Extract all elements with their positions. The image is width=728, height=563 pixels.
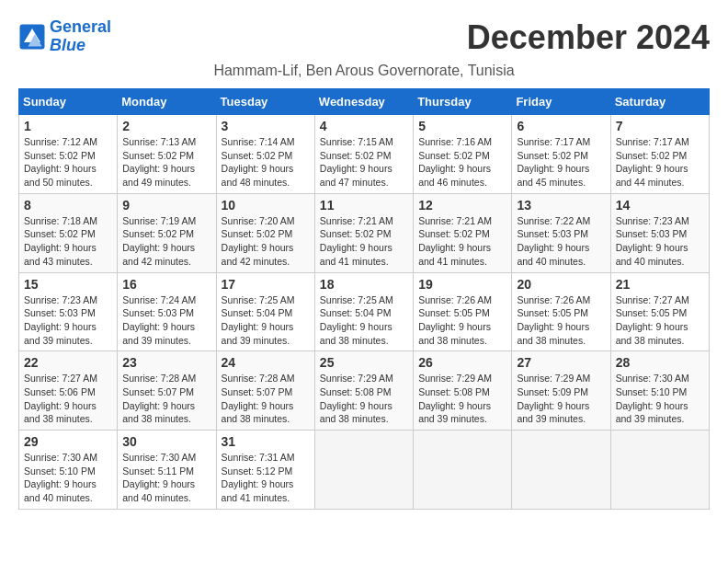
day-cell: 6 Sunrise: 7:17 AMSunset: 5:02 PMDayligh… (512, 115, 610, 194)
logo-line2: Blue (50, 36, 85, 54)
day-info: Sunrise: 7:30 AMSunset: 5:11 PMDaylight:… (122, 452, 196, 503)
calendar-row: 8 Sunrise: 7:18 AMSunset: 5:02 PMDayligh… (19, 193, 710, 272)
day-number: 28 (616, 355, 704, 370)
header-cell-sunday: Sunday (19, 89, 118, 115)
day-cell: 16 Sunrise: 7:24 AMSunset: 5:03 PMDaylig… (118, 272, 216, 351)
day-info: Sunrise: 7:30 AMSunset: 5:10 PMDaylight:… (24, 452, 97, 503)
empty-cell (314, 431, 413, 510)
day-cell: 15 Sunrise: 7:23 AMSunset: 5:03 PMDaylig… (19, 272, 118, 351)
day-info: Sunrise: 7:29 AMSunset: 5:09 PMDaylight:… (517, 373, 590, 424)
day-cell: 5 Sunrise: 7:16 AMSunset: 5:02 PMDayligh… (414, 115, 512, 194)
day-number: 26 (418, 355, 506, 370)
day-number: 9 (122, 198, 210, 213)
day-cell: 19 Sunrise: 7:26 AMSunset: 5:05 PMDaylig… (414, 272, 512, 351)
header-cell-saturday: Saturday (610, 89, 709, 115)
day-number: 20 (517, 277, 605, 292)
day-number: 23 (122, 355, 210, 370)
day-number: 13 (517, 198, 605, 213)
day-info: Sunrise: 7:25 AMSunset: 5:04 PMDaylight:… (320, 294, 393, 346)
empty-cell (512, 431, 610, 510)
calendar-row: 15 Sunrise: 7:23 AMSunset: 5:03 PMDaylig… (19, 272, 710, 351)
empty-cell (610, 431, 709, 510)
day-cell: 10 Sunrise: 7:20 AMSunset: 5:02 PMDaylig… (216, 193, 314, 272)
day-info: Sunrise: 7:26 AMSunset: 5:05 PMDaylight:… (517, 294, 590, 346)
day-cell: 21 Sunrise: 7:27 AMSunset: 5:05 PMDaylig… (610, 272, 709, 351)
day-info: Sunrise: 7:29 AMSunset: 5:08 PMDaylight:… (418, 373, 492, 424)
day-info: Sunrise: 7:16 AMSunset: 5:02 PMDaylight:… (418, 136, 492, 188)
day-info: Sunrise: 7:15 AMSunset: 5:02 PMDaylight:… (320, 136, 393, 188)
day-cell: 7 Sunrise: 7:17 AMSunset: 5:02 PMDayligh… (610, 115, 709, 194)
day-number: 18 (320, 277, 408, 292)
day-cell: 8 Sunrise: 7:18 AMSunset: 5:02 PMDayligh… (19, 193, 118, 272)
day-info: Sunrise: 7:17 AMSunset: 5:02 PMDaylight:… (517, 136, 590, 188)
day-cell: 23 Sunrise: 7:28 AMSunset: 5:07 PMDaylig… (118, 351, 216, 431)
header-cell-thursday: Thursday (414, 89, 512, 115)
day-number: 10 (222, 198, 310, 213)
day-number: 30 (122, 434, 210, 449)
day-number: 6 (517, 119, 605, 133)
day-number: 14 (616, 198, 704, 213)
day-number: 16 (122, 277, 210, 292)
day-number: 15 (24, 277, 112, 292)
day-number: 19 (418, 277, 506, 292)
page-header: General Blue December 2024 (18, 18, 710, 61)
title-section: December 2024 (467, 18, 710, 57)
day-cell: 25 Sunrise: 7:29 AMSunset: 5:08 PMDaylig… (314, 351, 413, 431)
day-cell: 11 Sunrise: 7:21 AMSunset: 5:02 PMDaylig… (314, 193, 413, 272)
day-cell: 12 Sunrise: 7:21 AMSunset: 5:02 PMDaylig… (414, 193, 512, 272)
day-cell: 2 Sunrise: 7:13 AMSunset: 5:02 PMDayligh… (118, 115, 216, 194)
day-info: Sunrise: 7:21 AMSunset: 5:02 PMDaylight:… (418, 215, 492, 267)
day-info: Sunrise: 7:28 AMSunset: 5:07 PMDaylight:… (122, 373, 196, 424)
day-cell: 27 Sunrise: 7:29 AMSunset: 5:09 PMDaylig… (512, 351, 610, 431)
day-number: 27 (517, 355, 605, 370)
day-info: Sunrise: 7:31 AMSunset: 5:12 PMDaylight:… (222, 452, 295, 503)
day-number: 8 (24, 198, 112, 213)
day-info: Sunrise: 7:27 AMSunset: 5:06 PMDaylight:… (24, 373, 97, 424)
month-title: December 2024 (467, 18, 710, 57)
day-info: Sunrise: 7:19 AMSunset: 5:02 PMDaylight:… (122, 215, 196, 267)
day-info: Sunrise: 7:22 AMSunset: 5:03 PMDaylight:… (517, 215, 590, 267)
day-cell: 30 Sunrise: 7:30 AMSunset: 5:11 PMDaylig… (118, 431, 216, 510)
day-number: 24 (222, 355, 310, 370)
day-number: 4 (320, 119, 408, 133)
calendar-row: 29 Sunrise: 7:30 AMSunset: 5:10 PMDaylig… (19, 431, 710, 510)
day-number: 11 (320, 198, 408, 213)
day-number: 12 (418, 198, 506, 213)
day-number: 2 (122, 119, 210, 133)
day-number: 25 (320, 355, 408, 370)
day-info: Sunrise: 7:20 AMSunset: 5:02 PMDaylight:… (222, 215, 295, 267)
day-info: Sunrise: 7:24 AMSunset: 5:03 PMDaylight:… (122, 294, 196, 346)
logo-icon (18, 23, 46, 51)
day-cell: 3 Sunrise: 7:14 AMSunset: 5:02 PMDayligh… (216, 115, 314, 194)
header-cell-friday: Friday (512, 89, 610, 115)
day-cell: 13 Sunrise: 7:22 AMSunset: 5:03 PMDaylig… (512, 193, 610, 272)
day-cell: 24 Sunrise: 7:28 AMSunset: 5:07 PMDaylig… (216, 351, 314, 431)
day-info: Sunrise: 7:21 AMSunset: 5:02 PMDaylight:… (320, 215, 393, 267)
day-info: Sunrise: 7:23 AMSunset: 5:03 PMDaylight:… (616, 215, 689, 267)
day-number: 29 (24, 434, 112, 449)
day-info: Sunrise: 7:17 AMSunset: 5:02 PMDaylight:… (616, 136, 689, 188)
day-cell: 31 Sunrise: 7:31 AMSunset: 5:12 PMDaylig… (216, 431, 314, 510)
day-number: 3 (222, 119, 310, 133)
day-info: Sunrise: 7:26 AMSunset: 5:05 PMDaylight:… (418, 294, 492, 346)
day-info: Sunrise: 7:14 AMSunset: 5:02 PMDaylight:… (222, 136, 295, 188)
day-info: Sunrise: 7:25 AMSunset: 5:04 PMDaylight:… (222, 294, 295, 346)
day-info: Sunrise: 7:13 AMSunset: 5:02 PMDaylight:… (122, 136, 196, 188)
header-cell-tuesday: Tuesday (216, 89, 314, 115)
day-info: Sunrise: 7:12 AMSunset: 5:02 PMDaylight:… (24, 136, 97, 188)
day-info: Sunrise: 7:30 AMSunset: 5:10 PMDaylight:… (616, 373, 689, 424)
calendar-row: 22 Sunrise: 7:27 AMSunset: 5:06 PMDaylig… (19, 351, 710, 431)
day-cell: 4 Sunrise: 7:15 AMSunset: 5:02 PMDayligh… (314, 115, 413, 194)
day-cell: 20 Sunrise: 7:26 AMSunset: 5:05 PMDaylig… (512, 272, 610, 351)
location-title: Hammam-Lif, Ben Arous Governorate, Tunis… (18, 63, 710, 79)
empty-cell (414, 431, 512, 510)
day-number: 21 (616, 277, 704, 292)
day-cell: 28 Sunrise: 7:30 AMSunset: 5:10 PMDaylig… (610, 351, 709, 431)
day-info: Sunrise: 7:23 AMSunset: 5:03 PMDaylight:… (24, 294, 97, 346)
day-cell: 22 Sunrise: 7:27 AMSunset: 5:06 PMDaylig… (19, 351, 118, 431)
day-cell: 1 Sunrise: 7:12 AMSunset: 5:02 PMDayligh… (19, 115, 118, 194)
logo: General Blue (18, 18, 111, 55)
calendar-table: SundayMondayTuesdayWednesdayThursdayFrid… (18, 88, 710, 510)
logo-line1: General (50, 17, 111, 36)
day-cell: 9 Sunrise: 7:19 AMSunset: 5:02 PMDayligh… (118, 193, 216, 272)
